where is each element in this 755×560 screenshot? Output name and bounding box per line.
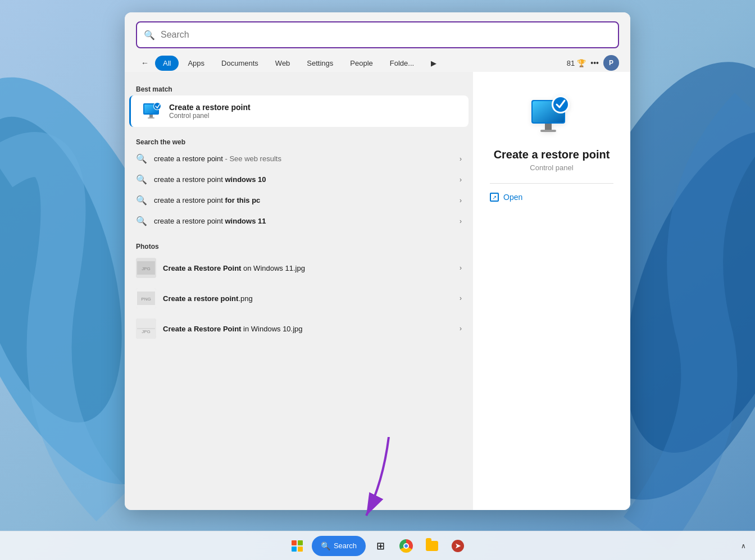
photos-section: Photos JPG Create a Restore Point on Win… <box>125 238 473 344</box>
svg-rect-23 <box>545 124 552 130</box>
taskbar-center: 🔍 Search ⊞ ➤ <box>286 535 469 557</box>
photo-arrow-0: › <box>460 264 462 272</box>
chrome-icon <box>399 539 413 553</box>
svg-text:JPG: JPG <box>142 329 151 334</box>
best-match-item[interactable]: Create a restore point Control panel <box>129 95 469 127</box>
search-header: 🔍 create a restore point <box>125 12 630 48</box>
left-panel: Best match <box>125 72 473 510</box>
web-item-1[interactable]: 🔍 create a restore point windows 10 › <box>125 169 473 190</box>
tab-all[interactable]: All <box>155 56 179 71</box>
chrome-button[interactable] <box>395 535 417 557</box>
trophy-icon: 🏆 <box>577 59 586 67</box>
photo-thumb-0: JPG <box>136 258 156 278</box>
chevron-up-icon[interactable]: ∧ <box>741 542 746 550</box>
cast-button[interactable]: ➤ <box>447 535 469 557</box>
file-explorer-button[interactable] <box>421 535 443 557</box>
taskbar-right: ∧ <box>741 542 746 550</box>
svg-rect-9 <box>148 117 154 119</box>
web-arrow-0: › <box>460 155 462 163</box>
photo-arrow-2: › <box>460 325 462 333</box>
search-input-wrapper: 🔍 create a restore point <box>136 21 619 48</box>
photo-thumb-1: PNG <box>136 288 156 308</box>
web-item-3[interactable]: 🔍 create a restore point windows 11 › <box>125 211 473 231</box>
folder-icon <box>426 541 438 551</box>
svg-rect-11 <box>154 103 161 110</box>
detail-app-icon <box>529 94 574 139</box>
tab-more-arrow[interactable]: ▶ <box>423 56 444 71</box>
photo-item-2[interactable]: JPG Create a Restore Point in Windows 10… <box>125 313 473 344</box>
best-match-title: Best match <box>125 81 473 95</box>
web-section-title: Search the web <box>125 134 473 148</box>
svg-rect-24 <box>540 130 556 132</box>
open-external-icon: ↗ <box>490 193 499 202</box>
task-view-icon: ⊞ <box>376 540 385 552</box>
web-search-icon-0: 🔍 <box>136 153 147 164</box>
web-item-0[interactable]: 🔍 create a restore point - See web resul… <box>125 148 473 169</box>
taskbar-search-button[interactable]: 🔍 Search <box>312 536 366 556</box>
web-item-text-0: create a restore point - See web results <box>154 154 453 163</box>
search-icon: 🔍 <box>144 30 155 40</box>
web-item-text-3: create a restore point windows 11 <box>154 217 453 225</box>
svg-rect-8 <box>149 115 153 117</box>
tab-web[interactable]: Web <box>267 56 298 71</box>
photo-item-0[interactable]: JPG Create a Restore Point on Windows 11… <box>125 253 473 283</box>
taskbar: 🔍 Search ⊞ ➤ ∧ <box>0 531 755 560</box>
svg-text:JPG: JPG <box>142 266 151 271</box>
web-item-text-2: create a restore point for this pc <box>154 196 453 204</box>
best-match-info: Create a restore point Control panel <box>169 103 457 120</box>
detail-divider <box>490 183 613 184</box>
search-panel: 🔍 create a restore point ← All Apps Docu… <box>125 12 630 510</box>
tab-settings[interactable]: Settings <box>299 56 341 71</box>
search-body: Best match <box>125 72 630 510</box>
windows-logo-icon <box>292 540 303 552</box>
photo-arrow-1: › <box>460 294 462 302</box>
tab-documents[interactable]: Documents <box>213 56 266 71</box>
best-match-name: Create a restore point <box>169 103 457 112</box>
more-options-icon[interactable]: ••• <box>590 58 599 67</box>
best-match-sub: Control panel <box>169 112 457 120</box>
task-view-button[interactable]: ⊞ <box>369 535 392 557</box>
best-match-icon <box>142 101 162 121</box>
profile-avatar[interactable]: P <box>603 55 619 71</box>
start-button[interactable] <box>286 535 308 557</box>
photo-thumb-2: JPG <box>136 318 156 339</box>
photo-name-1: Create a restore point.png <box>163 294 453 303</box>
web-arrow-1: › <box>460 176 462 184</box>
web-section: Search the web 🔍 create a restore point … <box>125 134 473 231</box>
filter-tab-extras: 81 🏆 ••• P <box>567 55 619 71</box>
search-input[interactable]: create a restore point <box>161 30 611 40</box>
score-badge: 81 🏆 <box>567 59 586 67</box>
photo-item-1[interactable]: PNG Create a restore point.png › <box>125 283 473 313</box>
taskbar-search-icon: 🔍 <box>321 541 330 550</box>
photos-section-title: Photos <box>125 238 473 253</box>
web-search-icon-3: 🔍 <box>136 216 147 226</box>
open-button[interactable]: ↗ Open <box>490 193 522 202</box>
web-item-2[interactable]: 🔍 create a restore point for this pc › <box>125 190 473 211</box>
tab-folders[interactable]: Folde... <box>382 56 422 71</box>
web-search-icon-1: 🔍 <box>136 174 147 185</box>
web-search-icon-2: 🔍 <box>136 195 147 206</box>
web-arrow-3: › <box>460 217 462 225</box>
photo-name-2: Create a Restore Point in Windows 10.jpg <box>163 325 453 333</box>
web-arrow-2: › <box>460 197 462 204</box>
web-item-text-1: create a restore point windows 10 <box>154 175 453 184</box>
photo-name-0: Create a Restore Point on Windows 11.jpg <box>163 264 453 272</box>
filter-tabs-bar: ← All Apps Documents Web Settings People… <box>125 48 630 72</box>
svg-text:PNG: PNG <box>141 297 151 302</box>
detail-subtitle: Control panel <box>530 163 573 172</box>
tab-apps[interactable]: Apps <box>180 56 212 71</box>
back-button[interactable]: ← <box>136 54 154 72</box>
cast-icon: ➤ <box>452 540 464 552</box>
right-panel: Create a restore point Control panel ↗ O… <box>473 72 630 510</box>
detail-title: Create a restore point <box>494 148 610 161</box>
tab-people[interactable]: People <box>342 56 380 71</box>
taskbar-search-label: Search <box>334 541 357 550</box>
